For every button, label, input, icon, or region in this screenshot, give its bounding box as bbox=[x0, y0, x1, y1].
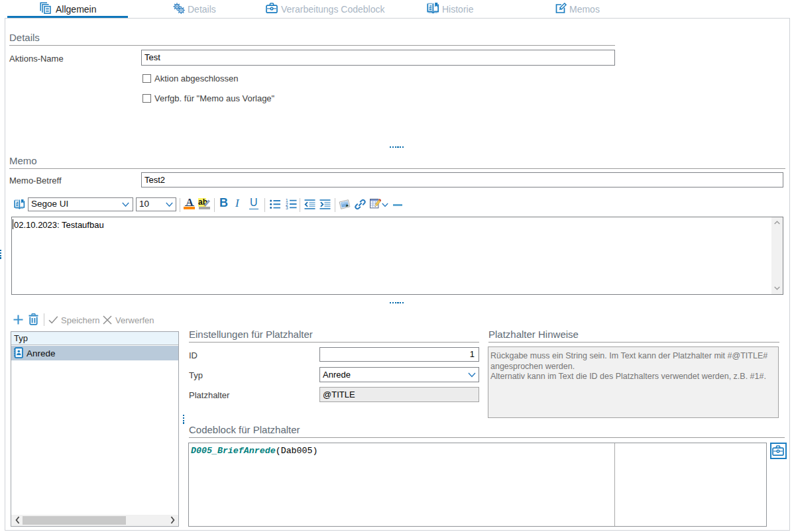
svg-text:3: 3 bbox=[286, 205, 288, 209]
